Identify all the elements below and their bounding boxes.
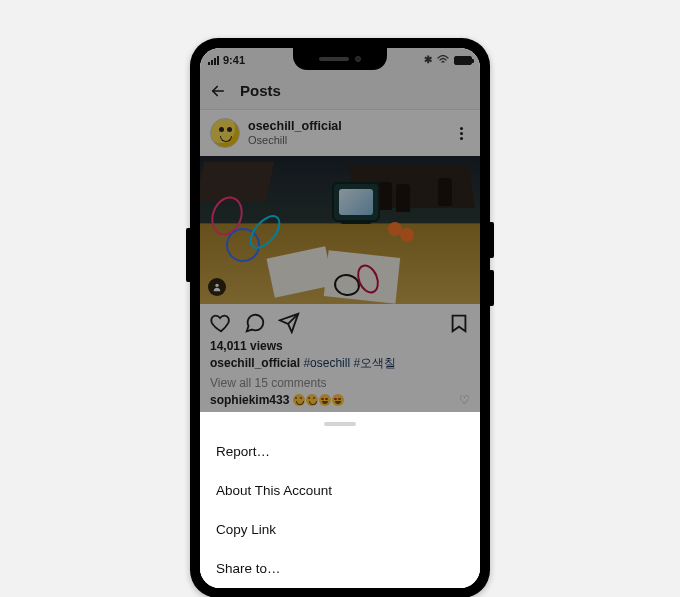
wifi-icon <box>437 55 449 66</box>
sheet-item-copy-link[interactable]: Copy Link <box>200 510 480 549</box>
avatar[interactable] <box>210 118 240 148</box>
views-count[interactable]: 14,011 views <box>210 338 470 355</box>
comment-button[interactable] <box>244 312 266 334</box>
svg-point-0 <box>215 284 218 287</box>
comment-row: sophiekim433 ♡ <box>210 392 470 409</box>
post-image[interactable] <box>200 156 480 304</box>
screen: 9:41 ✱ Posts osechill_official Osechill <box>200 48 480 588</box>
tagged-people-icon[interactable] <box>208 278 226 296</box>
caption-username[interactable]: osechill_official <box>210 356 300 370</box>
sheet-item-share-to[interactable]: Share to… <box>200 549 480 588</box>
action-sheet: Report… About This Account Copy Link Sha… <box>200 412 480 588</box>
comment-username[interactable]: sophiekim433 <box>210 393 289 407</box>
sheet-item-report[interactable]: Report… <box>200 432 480 471</box>
post-username[interactable]: osechill_official <box>248 119 342 133</box>
status-time: 9:41 <box>223 54 245 66</box>
like-button[interactable] <box>210 312 232 334</box>
like-comment-icon[interactable]: ♡ <box>459 392 470 409</box>
bluetooth-icon: ✱ <box>424 55 432 65</box>
sheet-grabber[interactable] <box>324 422 356 426</box>
battery-icon <box>454 56 472 65</box>
back-button[interactable] <box>208 81 228 101</box>
share-button[interactable] <box>278 312 300 334</box>
caption-hashtags[interactable]: #osechill #오색칠 <box>303 356 396 370</box>
save-button[interactable] <box>448 312 470 334</box>
display-notch <box>293 48 387 70</box>
cell-signal-icon <box>208 56 219 65</box>
post-more-button[interactable] <box>452 127 470 140</box>
view-all-comments[interactable]: View all 15 comments <box>210 375 470 392</box>
phone-frame: 9:41 ✱ Posts osechill_official Osechill <box>190 38 490 597</box>
post-display-name: Osechill <box>248 134 342 147</box>
nav-bar: Posts <box>200 72 480 110</box>
post-caption: osechill_official #osechill #오색칠 <box>210 355 470 372</box>
comment-emoji <box>293 393 345 407</box>
post-header: osechill_official Osechill <box>200 110 480 156</box>
sheet-item-about-account[interactable]: About This Account <box>200 471 480 510</box>
nav-title: Posts <box>240 82 281 99</box>
post-action-row <box>200 304 480 336</box>
